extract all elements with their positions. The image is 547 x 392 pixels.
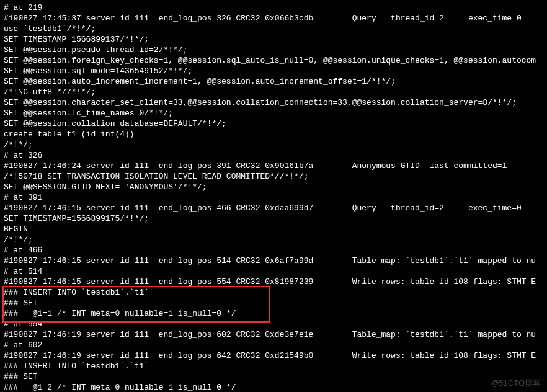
terminal-line: use `testdb1`/*!*/; [4,24,543,34]
terminal-line: SET @@SESSION.GTID_NEXT= 'ANONYMOUS'/*!*… [4,182,543,192]
terminal-line: /*!*/; [4,234,543,245]
terminal-line: # at 326 [4,150,543,161]
terminal-line: create table t1 (id int(4)) [4,129,543,140]
terminal-line: BEGIN [4,224,543,234]
terminal-line: SET TIMESTAMP=1566899137/*!*/; [4,34,543,45]
terminal-line: SET @@session.auto_increment_increment=1… [4,76,543,87]
terminal-line: SET @@session.pseudo_thread_id=2/*!*/; [4,45,543,55]
terminal-line: # at 602 [4,340,543,350]
terminal-line: SET @@session.collation_database=DEFAULT… [4,118,543,129]
terminal-line: #190827 17:46:15 server id 111 end_log_p… [4,256,543,266]
terminal-line: #190827 17:46:24 server id 111 end_log_p… [4,161,543,171]
terminal-line: # at 514 [4,266,543,277]
terminal-line: #190827 17:46:15 server id 111 end_log_p… [4,277,543,287]
terminal-line: /*!50718 SET TRANSACTION ISOLATION LEVEL… [4,171,543,182]
terminal-line: /*!\C utf8 *//*!*/; [4,87,543,97]
terminal-line: ### @1=1 /* INT meta=0 nullable=1 is_nul… [4,308,543,319]
terminal-line: ### SET [4,372,543,382]
terminal-line: # at 219 [4,2,543,13]
terminal-line: SET @@session.sql_mode=1436549152/*!*/; [4,66,543,76]
terminal-output: # at 219#190827 17:45:37 server id 111 e… [0,0,547,392]
terminal-line: SET @@session.lc_time_names=0/*!*/; [4,108,543,118]
terminal-line: # at 554 [4,319,543,329]
watermark: @51CTO博客 [491,378,541,388]
terminal-line: ### SET [4,298,543,308]
terminal-line: /*!*/; [4,140,543,150]
terminal-line: # at 466 [4,245,543,256]
terminal-line: ### INSERT INTO `testdb1`.`t1` [4,361,543,372]
terminal-line: SET TIMESTAMP=1566899175/*!*/; [4,213,543,224]
terminal-line: SET @@session.character_set_client=33,@@… [4,97,543,108]
terminal-line: #190827 17:45:37 server id 111 end_log_p… [4,13,543,24]
terminal-line: #190827 17:46:15 server id 111 end_log_p… [4,203,543,213]
terminal-line: #190827 17:46:19 server id 111 end_log_p… [4,329,543,340]
terminal-line: # at 391 [4,192,543,203]
terminal-line: #190827 17:46:19 server id 111 end_log_p… [4,350,543,361]
terminal-line: ### INSERT INTO `testdb1`.`t1` [4,287,543,298]
terminal-line: ### @1=2 /* INT meta=0 nullable=1 is_nul… [4,382,543,392]
terminal-line: SET @@session.foreign_key_checks=1, @@se… [4,55,543,66]
